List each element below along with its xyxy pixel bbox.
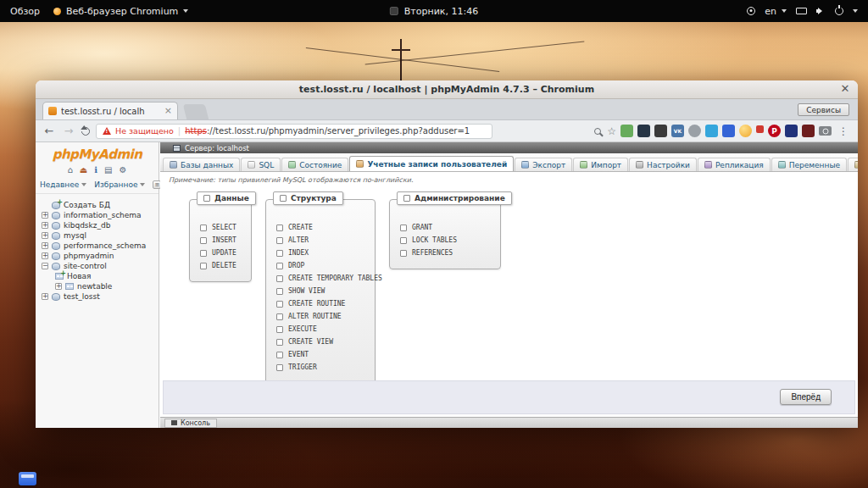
activities-button[interactable]: Обзор bbox=[10, 6, 40, 17]
extension-navy-icon[interactable] bbox=[785, 125, 798, 137]
clock-menu[interactable]: Вторник, 11:46 bbox=[390, 6, 478, 17]
expand-icon[interactable] bbox=[42, 293, 48, 300]
checkbox[interactable] bbox=[276, 263, 283, 269]
security-chip-label[interactable]: Не защищено bbox=[115, 126, 174, 136]
browser-menu-icon[interactable]: ⋮ bbox=[836, 125, 851, 137]
extension-savefrom-icon[interactable] bbox=[756, 125, 764, 133]
tab-export[interactable]: Экспорт bbox=[515, 158, 572, 171]
extension-telegram-icon[interactable] bbox=[705, 125, 718, 137]
tree-item-mysql[interactable]: mysql bbox=[37, 230, 157, 241]
forward-button[interactable]: → bbox=[62, 125, 75, 136]
url-text[interactable]: https://test.losst.ru/phpmyadmin/server_… bbox=[185, 126, 470, 136]
reload-button[interactable] bbox=[80, 125, 92, 136]
privilege-lock-tables[interactable]: LOCK TABLES bbox=[400, 236, 492, 244]
checkbox[interactable] bbox=[400, 225, 407, 231]
tab-charsets[interactable]: Кодировки bbox=[848, 158, 858, 171]
checkbox[interactable] bbox=[200, 250, 207, 257]
tab-status[interactable]: Состояние bbox=[281, 158, 348, 171]
checkbox[interactable] bbox=[276, 326, 283, 333]
check-all-data-checkbox[interactable] bbox=[203, 195, 210, 202]
checkbox[interactable] bbox=[276, 364, 283, 371]
privilege-create-view[interactable]: CREATE VIEW bbox=[276, 338, 366, 346]
extension-adguard-icon[interactable] bbox=[620, 125, 633, 137]
tree-item-new-table[interactable]: Новая bbox=[37, 271, 157, 281]
tab-user-accounts[interactable]: Учетные записи пользователей bbox=[349, 156, 514, 171]
privilege-index[interactable]: INDEX bbox=[276, 249, 366, 257]
pma-logo[interactable]: phpMyAdmin bbox=[36, 142, 159, 162]
expand-icon[interactable] bbox=[42, 212, 48, 219]
collapse-icon[interactable] bbox=[42, 263, 48, 269]
privilege-delete[interactable]: DELETE bbox=[200, 262, 242, 269]
checkbox[interactable] bbox=[276, 352, 283, 358]
tab-import[interactable]: Импорт bbox=[573, 158, 628, 171]
privilege-trigger[interactable]: TRIGGER bbox=[276, 363, 366, 371]
tab-replication[interactable]: Репликация bbox=[698, 158, 771, 171]
extension-evernote-icon[interactable] bbox=[802, 125, 815, 137]
window-titlebar[interactable]: test.losst.ru / localhost | phpMyAdmin 4… bbox=[36, 80, 858, 99]
privilege-alter[interactable]: ALTER bbox=[276, 236, 366, 244]
checkbox[interactable] bbox=[276, 339, 283, 346]
home-icon[interactable]: ⌂ bbox=[67, 166, 72, 175]
checkbox[interactable] bbox=[200, 237, 207, 244]
expand-icon[interactable] bbox=[42, 222, 48, 229]
privilege-event[interactable]: EVENT bbox=[276, 351, 366, 358]
privilege-execute[interactable]: EXECUTE bbox=[276, 325, 366, 333]
expand-icon[interactable] bbox=[42, 242, 48, 249]
tab-close-icon[interactable]: × bbox=[164, 107, 172, 115]
system-status-area[interactable]: en bbox=[747, 6, 868, 17]
tab-databases[interactable]: Базы данных bbox=[163, 158, 240, 171]
taskbar-keyboard-indicator-icon[interactable] bbox=[19, 472, 36, 485]
bookmark-star-icon[interactable]: ☆ bbox=[607, 126, 616, 136]
check-all-structure-checkbox[interactable] bbox=[280, 195, 287, 202]
tab-sql[interactable]: SQL bbox=[241, 158, 281, 171]
expand-icon[interactable] bbox=[42, 232, 48, 239]
expand-icon[interactable] bbox=[55, 283, 62, 290]
tab-settings[interactable]: Настройки bbox=[629, 158, 697, 171]
address-bar[interactable]: Не защищено | https://test.losst.ru/phpm… bbox=[96, 124, 492, 139]
screenshot-camera-icon[interactable] bbox=[819, 126, 832, 136]
logout-icon[interactable]: ⏏ bbox=[80, 166, 87, 175]
docs-icon[interactable]: ▤ bbox=[104, 166, 112, 175]
checkbox[interactable] bbox=[276, 225, 283, 231]
extension-disabled-icon[interactable] bbox=[688, 125, 701, 137]
extension-ghostery-icon[interactable] bbox=[637, 125, 650, 137]
tree-item-kibqdskz-db[interactable]: kibqdskz_db bbox=[37, 220, 157, 230]
new-tab-button[interactable] bbox=[183, 104, 209, 119]
privilege-show-view[interactable]: SHOW VIEW bbox=[276, 287, 366, 295]
extension-vk-icon[interactable] bbox=[671, 125, 684, 137]
help-icon[interactable]: ℹ bbox=[94, 166, 97, 175]
security-warning-icon[interactable] bbox=[103, 127, 111, 135]
privilege-create[interactable]: CREATE bbox=[276, 224, 366, 231]
apps-shortcut-button[interactable]: Сервисы bbox=[798, 103, 849, 116]
checkbox[interactable] bbox=[276, 313, 283, 320]
privilege-create-routine[interactable]: CREATE ROUTINE bbox=[276, 300, 366, 308]
checkbox[interactable] bbox=[200, 263, 207, 269]
extension-docs-icon[interactable] bbox=[722, 125, 735, 137]
checkbox[interactable] bbox=[200, 225, 207, 231]
privilege-alter-routine[interactable]: ALTER ROUTINE bbox=[276, 313, 366, 320]
check-all-admin-checkbox[interactable] bbox=[403, 195, 410, 202]
checkbox[interactable] bbox=[400, 237, 407, 244]
expand-icon[interactable] bbox=[42, 252, 48, 259]
user-status-icon[interactable] bbox=[747, 7, 755, 15]
recent-tables-dropdown[interactable]: Недавнее bbox=[40, 180, 86, 189]
extension-pinterest-icon[interactable] bbox=[768, 125, 781, 137]
volume-icon[interactable] bbox=[816, 7, 826, 15]
search-icon[interactable] bbox=[594, 128, 601, 135]
profile-avatar-icon[interactable] bbox=[739, 125, 752, 137]
extension-grid-icon[interactable] bbox=[654, 125, 667, 137]
privilege-references[interactable]: REFERENCES bbox=[400, 249, 492, 257]
privilege-grant[interactable]: GRANT bbox=[400, 224, 492, 231]
console-toggle[interactable]: Консоль bbox=[164, 419, 217, 428]
window-close-button[interactable]: ✕ bbox=[838, 83, 852, 97]
privilege-select[interactable]: SELECT bbox=[200, 224, 242, 231]
tree-item-information-schema[interactable]: information_schema bbox=[37, 210, 157, 220]
power-icon[interactable] bbox=[835, 7, 843, 15]
tree-item-test-losst[interactable]: test_losst bbox=[37, 291, 157, 302]
checkbox[interactable] bbox=[276, 237, 283, 244]
checkbox[interactable] bbox=[400, 250, 407, 257]
privilege-insert[interactable]: INSERT bbox=[200, 236, 242, 244]
privilege-create-temporary-tables[interactable]: CREATE TEMPORARY TABLES bbox=[276, 274, 366, 282]
browser-tab[interactable]: test.losst.ru / localh × bbox=[42, 102, 178, 119]
privilege-drop[interactable]: DROP bbox=[276, 262, 366, 269]
